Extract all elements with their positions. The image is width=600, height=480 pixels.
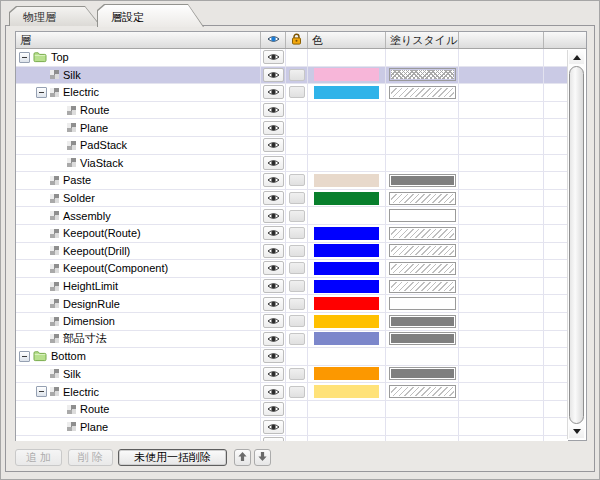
visibility-toggle-button[interactable] (263, 226, 284, 240)
visibility-toggle-button[interactable] (263, 437, 284, 441)
lock-toggle-button[interactable] (289, 333, 305, 345)
visibility-toggle-button[interactable] (263, 50, 284, 64)
column-header-layer[interactable]: 層 (16, 32, 261, 48)
lock-toggle-button[interactable] (289, 192, 305, 204)
fill-style-cell[interactable] (386, 67, 459, 84)
table-row[interactable]: HeightLimit (16, 278, 568, 296)
table-row[interactable]: Solder (16, 190, 568, 208)
lock-toggle-button[interactable] (289, 210, 305, 222)
table-row[interactable]: PadStack (16, 137, 568, 155)
fill-style-swatch[interactable] (389, 244, 456, 257)
move-down-button[interactable] (254, 449, 271, 466)
lock-toggle-button[interactable] (289, 174, 305, 186)
table-row[interactable]: DesignRule (16, 295, 568, 313)
table-row[interactable]: Top (16, 49, 568, 67)
fill-style-swatch[interactable] (389, 262, 456, 275)
fill-style-cell[interactable] (386, 190, 459, 207)
color-cell[interactable] (308, 278, 386, 295)
table-row[interactable]: ViaStack (16, 155, 568, 173)
table-row[interactable]: Route (16, 102, 568, 120)
fill-style-cell[interactable] (386, 295, 459, 312)
delete-button[interactable]: 削 除 (68, 449, 113, 466)
lock-toggle-button[interactable] (289, 227, 305, 239)
color-cell[interactable] (308, 418, 386, 435)
color-swatch[interactable] (314, 385, 379, 398)
visibility-toggle-button[interactable] (263, 349, 284, 363)
color-swatch[interactable] (314, 297, 379, 310)
fill-style-cell[interactable] (386, 137, 459, 154)
fill-style-cell[interactable] (386, 366, 459, 383)
table-row[interactable]: Paste (16, 172, 568, 190)
tab-physical-layers[interactable]: 物理層 (9, 6, 101, 26)
tree-collapse-icon[interactable] (36, 87, 47, 98)
table-row-selected[interactable]: Silk (16, 67, 568, 85)
table-row[interactable]: Keepout(Component) (16, 260, 568, 278)
table-row[interactable]: Electric (16, 84, 568, 102)
color-swatch[interactable] (314, 280, 379, 293)
scroll-down-button[interactable] (569, 425, 584, 438)
color-swatch[interactable] (314, 192, 379, 205)
add-button[interactable]: 追 加 (15, 449, 62, 466)
tree-collapse-icon[interactable] (19, 351, 30, 362)
color-cell[interactable] (308, 313, 386, 330)
color-swatch[interactable] (314, 332, 379, 345)
fill-style-cell[interactable] (386, 436, 459, 441)
color-cell[interactable] (308, 260, 386, 277)
visibility-toggle-button[interactable] (263, 261, 284, 275)
color-cell[interactable] (308, 295, 386, 312)
table-row[interactable]: Assembly (16, 207, 568, 225)
color-swatch[interactable] (314, 68, 379, 81)
lock-toggle-button[interactable] (289, 262, 305, 274)
visibility-toggle-button[interactable] (263, 367, 284, 381)
lock-toggle-button[interactable] (289, 386, 305, 398)
lock-toggle-button[interactable] (289, 69, 305, 81)
fill-style-cell[interactable] (386, 155, 459, 172)
column-header-fill-style[interactable]: 塗りスタイル (386, 32, 459, 48)
visibility-toggle-button[interactable] (263, 191, 284, 205)
fill-style-cell[interactable] (386, 348, 459, 365)
color-swatch[interactable] (314, 86, 379, 99)
fill-style-swatch[interactable] (389, 86, 456, 99)
lock-toggle-button[interactable] (289, 368, 305, 380)
tree-collapse-icon[interactable] (36, 386, 47, 397)
fill-style-swatch[interactable] (389, 315, 456, 328)
visibility-toggle-button[interactable] (263, 85, 284, 99)
color-cell[interactable] (308, 155, 386, 172)
fill-style-swatch[interactable] (389, 227, 456, 240)
color-swatch[interactable] (314, 244, 379, 257)
color-cell[interactable] (308, 137, 386, 154)
fill-style-cell[interactable] (386, 49, 459, 66)
table-row[interactable]: Plane (16, 418, 568, 436)
color-swatch[interactable] (314, 174, 379, 187)
fill-style-cell[interactable] (386, 313, 459, 330)
color-cell[interactable] (308, 102, 386, 119)
table-row[interactable]: Electric (16, 383, 568, 401)
fill-style-cell[interactable] (386, 331, 459, 348)
visibility-toggle-button[interactable] (263, 209, 284, 223)
table-row[interactable]: 部品寸法 (16, 331, 568, 349)
table-row[interactable]: Bottom (16, 348, 568, 366)
color-cell[interactable] (308, 436, 386, 441)
color-cell[interactable] (308, 383, 386, 400)
fill-style-swatch[interactable] (389, 367, 456, 380)
visibility-toggle-button[interactable] (263, 173, 284, 187)
color-cell[interactable] (308, 67, 386, 84)
color-cell[interactable] (308, 401, 386, 418)
table-row[interactable]: Dimension (16, 313, 568, 331)
visibility-toggle-button[interactable] (263, 279, 284, 293)
fill-style-cell[interactable] (386, 172, 459, 189)
column-header-lock[interactable] (286, 32, 308, 48)
fill-style-swatch[interactable] (389, 174, 456, 187)
fill-style-swatch[interactable] (389, 192, 456, 205)
table-row[interactable]: Keepout(Route) (16, 225, 568, 243)
color-cell[interactable] (308, 225, 386, 242)
visibility-toggle-button[interactable] (263, 121, 284, 135)
visibility-toggle-button[interactable] (263, 244, 284, 258)
color-swatch[interactable] (314, 315, 379, 328)
visibility-toggle-button[interactable] (263, 385, 284, 399)
color-cell[interactable] (308, 243, 386, 260)
visibility-toggle-button[interactable] (263, 156, 284, 170)
column-header-color[interactable]: 色 (308, 32, 386, 48)
color-cell[interactable] (308, 49, 386, 66)
color-cell[interactable] (308, 119, 386, 136)
